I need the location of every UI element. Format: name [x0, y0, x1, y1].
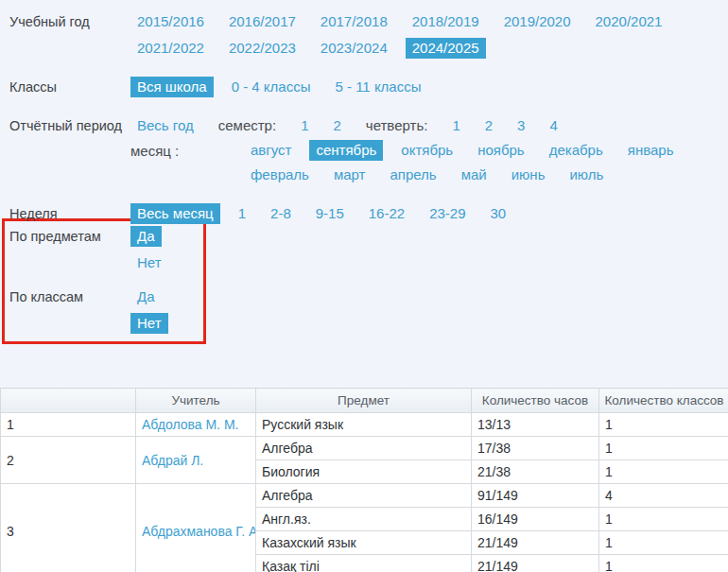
month-option-selected[interactable]: сентябрь [309, 140, 383, 161]
filter-row-classes: Классы Вся школа0 - 4 классы5 - 11 класс… [9, 77, 728, 97]
teacher-link[interactable]: Абдолова М. М. [142, 417, 238, 432]
year-option-selected[interactable]: 2024/2025 [406, 38, 486, 59]
subject-cell: Алгебра [256, 437, 472, 460]
year-label: Учебный год [9, 11, 130, 29]
column-header: Количество классов [599, 389, 728, 413]
week-option[interactable]: 1 [232, 203, 252, 224]
year-option[interactable]: 2020/2021 [589, 11, 669, 32]
by-class-option[interactable]: Да [130, 286, 162, 307]
by-subject-options: ДаНет [130, 226, 203, 273]
column-header [1, 389, 136, 413]
year-option[interactable]: 2015/2016 [130, 11, 211, 32]
period-option[interactable]: 2 [478, 115, 499, 136]
year-option[interactable]: 2021/2022 [130, 38, 211, 59]
week-option[interactable]: 30 [484, 203, 513, 224]
year-option[interactable]: 2017/2018 [314, 11, 394, 32]
month-option[interactable]: апрель [383, 165, 442, 185]
period-option[interactable]: 4 [543, 115, 563, 136]
year-option[interactable]: 2019/2020 [497, 11, 578, 32]
table-row: 1Абдолова М. М.Русский язык13/131 [1, 413, 728, 437]
classes-option[interactable]: 5 - 11 классы [328, 77, 427, 97]
hours-cell: 21/38 [472, 460, 599, 484]
month-option[interactable]: август [244, 140, 298, 161]
week-label: Неделя [9, 203, 130, 221]
hours-cell: 13/13 [472, 413, 599, 437]
month-option[interactable]: июль [563, 165, 610, 185]
table-row: 2Абдрай Л.Алгебра17/381 [1, 437, 728, 460]
period-option: четверть: [359, 115, 435, 136]
filter-row-year: Учебный год 2015/20162016/20172017/20182… [9, 11, 728, 59]
month-option[interactable]: январь [621, 140, 681, 161]
period-label: Отчётный период [9, 115, 130, 133]
teacher-cell: Абдрахманова Г. А. [136, 484, 256, 572]
classes-options: Вся школа0 - 4 классы5 - 11 классы [130, 77, 428, 97]
subject-cell: Англ.яз. [256, 508, 472, 531]
column-header: Предмет [256, 389, 472, 413]
classes-cell: 1 [599, 531, 728, 555]
filter-row-week: Неделя Весь месяц12-89-1516-2223-2930 [9, 203, 728, 224]
teacher-link[interactable]: Абдрай Л. [142, 453, 203, 468]
year-options: 2015/20162016/20172017/20182018/20192019… [130, 11, 702, 59]
month-option[interactable]: май [455, 165, 494, 185]
subject-cell: Алгебра [256, 484, 472, 508]
week-option[interactable]: 2-8 [264, 203, 298, 224]
hours-cell: 21/149 [472, 555, 599, 572]
by-class-options: ДаНет [130, 286, 203, 334]
hours-cell: 21/149 [472, 531, 599, 555]
classes-cell: 1 [599, 508, 728, 531]
report-table-head-row: УчительПредметКоличество часовКоличество… [1, 389, 728, 413]
week-option[interactable]: 23-29 [423, 203, 472, 224]
classes-cell: 1 [599, 437, 728, 460]
filter-row-period: Отчётный период Весь годсеместр:12четвер… [9, 115, 728, 185]
month-option[interactable]: февраль [244, 165, 316, 185]
report-table: УчительПредметКоличество часовКоличество… [0, 388, 728, 572]
column-header: Количество часов [472, 389, 599, 413]
subject-cell: Казахский язык [256, 531, 472, 555]
month-option[interactable]: июнь [505, 165, 552, 185]
year-option[interactable]: 2022/2023 [222, 38, 303, 59]
period-line: Весь годсеместр:12четверть:1234 [130, 115, 717, 136]
period-option[interactable]: 3 [511, 115, 531, 136]
by-class-label: По классам [9, 286, 130, 304]
by-subject-label: По предметам [9, 226, 130, 244]
row-number: 2 [1, 437, 136, 484]
period-option: семестр: [212, 115, 283, 136]
classes-cell: 1 [599, 460, 728, 484]
filter-row-by-class: По классам ДаНет [9, 286, 203, 334]
report-table-body: 1Абдолова М. М.Русский язык13/1312Абдрай… [1, 413, 728, 572]
hours-cell: 91/149 [472, 484, 599, 508]
subject-cell: Қазақ тілі [256, 555, 472, 572]
by-subject-option[interactable]: Нет [130, 252, 168, 273]
by-class-option-selected[interactable]: Нет [130, 313, 168, 334]
teacher-cell: Абдолова М. М. [136, 413, 256, 437]
month-option[interactable]: ноябрь [471, 140, 531, 161]
hours-cell: 16/149 [472, 508, 599, 531]
period-option[interactable]: Весь год [130, 115, 200, 136]
classes-option-selected[interactable]: Вся школа [130, 77, 214, 97]
year-option[interactable]: 2016/2017 [222, 11, 303, 32]
week-option-selected[interactable]: Весь месяц [130, 203, 220, 224]
month-label: месяц : [130, 140, 244, 159]
week-option[interactable]: 9-15 [309, 203, 351, 224]
year-option[interactable]: 2023/2024 [314, 38, 394, 59]
week-options: Весь месяц12-89-1516-2223-2930 [130, 203, 512, 224]
month-options: августсентябрьоктябрьноябрьдекабрьянварь… [244, 140, 717, 185]
teacher-link[interactable]: Абдрахманова Г. А. [142, 524, 256, 539]
hours-cell: 17/38 [472, 437, 599, 460]
month-option[interactable]: март [327, 165, 373, 185]
period-option[interactable]: 1 [294, 115, 315, 136]
highlight-box: По предметам ДаНет По классам ДаНет [2, 218, 206, 344]
period-options: Весь годсеместр:12четверть:1234 месяц : … [130, 115, 717, 185]
period-option[interactable]: 1 [445, 115, 466, 136]
classes-option[interactable]: 0 - 4 классы [225, 77, 318, 97]
year-option[interactable]: 2018/2019 [406, 11, 486, 32]
report-filters: Учебный год 2015/20162016/20172017/20182… [0, 0, 728, 344]
filter-row-by-subject: По предметам ДаНет [9, 226, 203, 273]
week-option[interactable]: 16-22 [362, 203, 411, 224]
month-option[interactable]: октябрь [394, 140, 459, 161]
period-option[interactable]: 2 [326, 115, 347, 136]
table-row: 3Абдрахманова Г. А.Алгебра91/1494 [1, 484, 728, 508]
classes-cell: 4 [599, 484, 728, 508]
by-subject-option-selected[interactable]: Да [130, 226, 162, 247]
month-option[interactable]: декабрь [543, 140, 610, 161]
